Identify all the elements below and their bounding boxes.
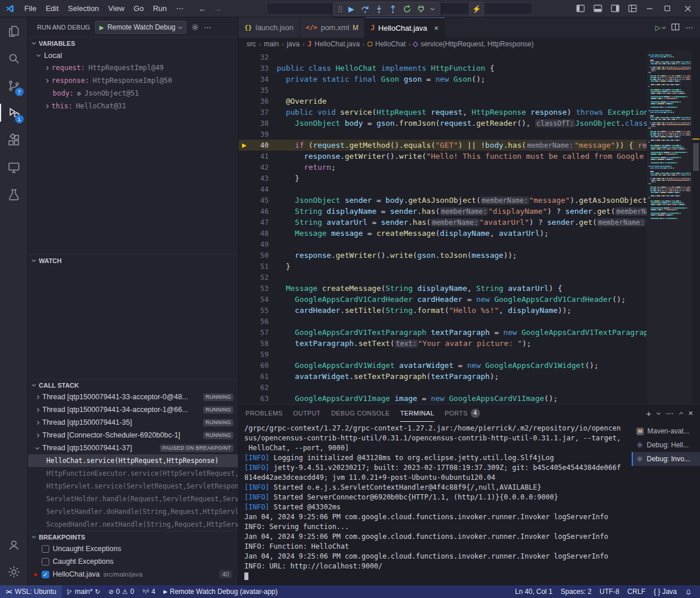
editor-content[interactable]: public class HelloChat implements HttpFu…: [277, 50, 647, 404]
line-number[interactable]: 57: [239, 327, 277, 338]
stack-frame[interactable]: ScopedHandler.nextHandle(String,Request,…: [28, 518, 238, 531]
maximize-icon[interactable]: [658, 0, 676, 17]
debug-toolbar-chevron-icon[interactable]: [428, 3, 437, 16]
breakpoint-checkbox[interactable]: [42, 545, 49, 553]
disconnect-icon[interactable]: [415, 3, 427, 16]
stack-frame[interactable]: ServletHandler.doHandle(String,Request,H…: [28, 505, 238, 518]
settings-gear-icon[interactable]: [0, 558, 28, 585]
breadcrumb-item[interactable]: src: [247, 40, 256, 48]
code-line[interactable]: response.getWriter().write("Hello! This …: [277, 151, 647, 162]
line-number[interactable]: 32: [239, 52, 277, 63]
code-line[interactable]: }: [277, 173, 647, 184]
toggle-panel-icon[interactable]: [589, 0, 606, 17]
menu-run[interactable]: Run: [148, 0, 171, 17]
variable-row[interactable]: response:HttpResponseImpl@50: [28, 74, 238, 87]
line-number[interactable]: 42: [239, 162, 277, 173]
code-line[interactable]: cardHeader.setTitle(String.format("Hello…: [277, 305, 647, 316]
panel-more-icon[interactable]: ⋯: [666, 409, 674, 418]
code-line[interactable]: GoogleAppsCardV1TextParagraph textParagr…: [277, 327, 647, 338]
breakpoint-checkbox[interactable]: ✓: [42, 571, 49, 578]
close-tab-icon[interactable]: ×: [434, 24, 439, 32]
step-over-icon[interactable]: [359, 3, 372, 16]
code-line[interactable]: GoogleAppsCardV1CardHeader cardHeader = …: [277, 294, 647, 305]
notifications-bell-icon[interactable]: [685, 588, 692, 596]
code-line[interactable]: [277, 272, 647, 283]
run-java-icon[interactable]: ▷: [655, 24, 665, 32]
continue-icon[interactable]: ▶: [345, 3, 358, 16]
variable-row[interactable]: this:HelloChat@31: [28, 100, 238, 112]
start-debug-icon[interactable]: ▶: [100, 24, 104, 31]
stack-frame[interactable]: HelloChat.service(HttpRequest,HttpRespon…: [28, 454, 238, 467]
line-number[interactable]: 37: [239, 107, 277, 118]
line-number[interactable]: 54: [239, 294, 277, 305]
code-line[interactable]: Message createMessage(String displayName…: [277, 283, 647, 294]
terminal-dropdown-icon[interactable]: [657, 410, 661, 414]
problems-indicator[interactable]: ⊘ 0 ⚠ 0: [104, 585, 138, 598]
eol-indicator[interactable]: CRLF: [628, 588, 646, 596]
panel-tab-terminal[interactable]: TERMINAL: [400, 404, 434, 422]
breadcrumb-item[interactable]: main: [264, 40, 279, 48]
watch-section-header[interactable]: WATCH: [28, 254, 238, 266]
line-number[interactable]: 36: [239, 96, 277, 107]
breakpoint-row[interactable]: ●✓HelloChat.javasrc/main/java40: [28, 568, 238, 581]
run-and-debug-icon[interactable]: 1: [0, 99, 28, 126]
breadcrumb-item[interactable]: HelloChat.java: [314, 40, 360, 48]
line-number[interactable]: 34: [239, 74, 277, 85]
code-line[interactable]: String displayName = sender.has(memberNa…: [277, 206, 647, 217]
extensions-icon[interactable]: [0, 126, 28, 154]
lazy-eval-icon[interactable]: ⊘: [77, 90, 81, 97]
line-number[interactable]: 56: [239, 316, 277, 327]
code-line[interactable]: [277, 52, 647, 63]
split-editor-icon[interactable]: [671, 23, 680, 33]
line-number[interactable]: 43: [239, 173, 277, 184]
forward-icon[interactable]: →: [211, 4, 224, 13]
code-line[interactable]: [277, 239, 647, 250]
stack-frame[interactable]: ServletHolder.handle(Request,ServletRequ…: [28, 493, 238, 505]
call-stack-thread[interactable]: Thread [qtp1500079441-35]RUNNING: [28, 416, 238, 429]
line-number[interactable]: 50: [239, 250, 277, 261]
debug-config-dropdown[interactable]: ▶ Remote Watch Debug: [95, 21, 186, 34]
line-number[interactable]: ▶40: [239, 140, 277, 151]
line-number[interactable]: 53: [239, 283, 277, 294]
breadcrumb-item[interactable]: service(HttpRequest, HttpResponse): [420, 40, 533, 48]
line-number[interactable]: 52: [239, 272, 277, 283]
call-stack-section-header[interactable]: CALL STACK: [28, 379, 238, 391]
line-number[interactable]: 45: [239, 195, 277, 206]
code-line[interactable]: [277, 349, 647, 360]
explorer-icon[interactable]: [0, 17, 28, 45]
line-number[interactable]: 55: [239, 305, 277, 316]
toolbar-gripper-icon[interactable]: [337, 3, 344, 16]
variables-section-header[interactable]: VARIABLES: [28, 37, 238, 49]
minimap[interactable]: [647, 50, 692, 404]
code-line[interactable]: String avatarUrl = sender.has(memberName…: [277, 217, 647, 228]
maximize-panel-icon[interactable]: [679, 412, 683, 416]
line-number[interactable]: 48: [239, 228, 277, 239]
code-line[interactable]: GoogleAppsCardV1Image image = new Google…: [277, 393, 647, 404]
line-number[interactable]: 60: [239, 360, 277, 371]
editor-more-icon[interactable]: ⋯: [686, 23, 693, 32]
line-number[interactable]: 58: [239, 338, 277, 349]
code-line[interactable]: [277, 184, 647, 195]
views-more-icon[interactable]: ⋯: [204, 23, 211, 32]
code-line[interactable]: }: [277, 261, 647, 272]
code-line[interactable]: avatarWidget.setTextParagraph(textParagr…: [277, 371, 647, 382]
line-number[interactable]: 39: [239, 129, 277, 140]
toggle-secondary-sidebar-icon[interactable]: [606, 0, 624, 17]
debug-session-indicator[interactable]: ▶ Remote Watch Debug (avatar-app): [159, 585, 281, 598]
code-line[interactable]: [277, 85, 647, 96]
code-line[interactable]: GoogleAppsCardV1Widget avatarWidget = ne…: [277, 360, 647, 371]
encoding-indicator[interactable]: UTF-8: [600, 588, 620, 596]
panel-tab-ports[interactable]: PORTS4: [445, 404, 480, 422]
panel-tab-debug-console[interactable]: DEBUG CONSOLE: [331, 404, 390, 422]
terminal-session[interactable]: Debug: Invo...: [632, 452, 700, 466]
code-line[interactable]: JsonObject sender = body.getAsJsonObject…: [277, 195, 647, 206]
language-indicator[interactable]: { } Java: [654, 588, 677, 596]
stack-frame[interactable]: HttpFunctionExecutor.service(HttpServlet…: [28, 467, 238, 480]
scrollbar-thumb[interactable]: [693, 143, 699, 171]
menu-view[interactable]: View: [104, 0, 129, 17]
toggle-sidebar-icon[interactable]: [571, 0, 589, 17]
terminal-session[interactable]: MMaven-avat...: [632, 424, 700, 438]
editor-scrollbar[interactable]: [692, 50, 700, 404]
call-stack-thread[interactable]: Thread [Connector-Scheduler-6920b0bc-1]R…: [28, 429, 238, 442]
branch-indicator[interactable]: main* ↻: [62, 585, 104, 598]
